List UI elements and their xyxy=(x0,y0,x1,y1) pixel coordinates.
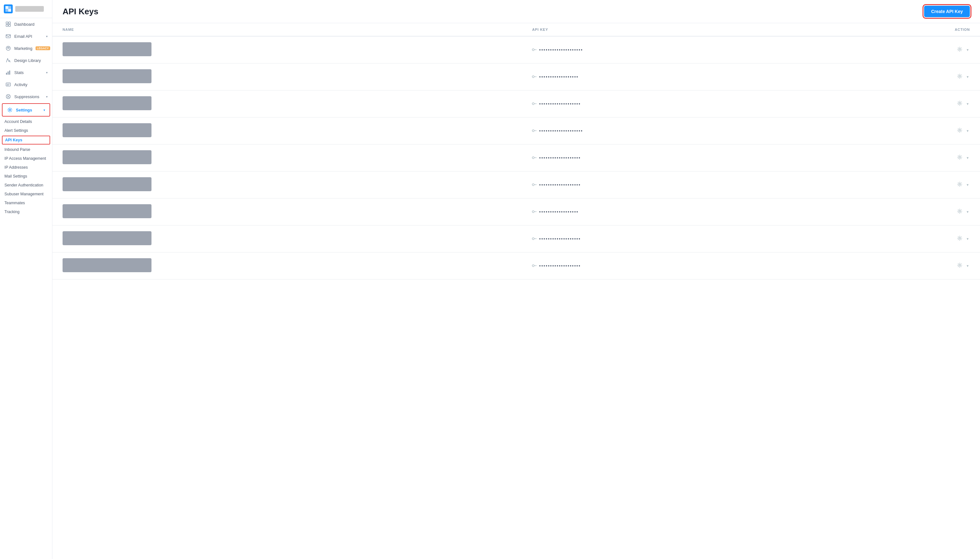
subnav-teammates[interactable]: Teammates xyxy=(0,198,52,207)
marketing-icon xyxy=(5,45,11,51)
create-api-key-button[interactable]: Create API Key xyxy=(924,6,970,17)
table-row: ••••••••••••••••••• ▾ xyxy=(53,253,980,280)
sidebar-item-design-library[interactable]: Design Library xyxy=(0,54,52,66)
action-cell-container: ▾ xyxy=(828,36,980,63)
top-bar: API Keys Create API Key xyxy=(53,0,980,23)
row-chevron-button[interactable]: ▾ xyxy=(965,181,970,189)
svg-point-30 xyxy=(959,210,961,212)
api-key-dots: ••••••••••••••••••• xyxy=(539,155,581,160)
activity-label: Activity xyxy=(14,82,48,87)
svg-point-32 xyxy=(959,238,961,239)
api-key-dots: ••••••••••••••••••• xyxy=(539,101,581,106)
gear-button[interactable] xyxy=(956,235,963,243)
name-placeholder xyxy=(63,42,152,56)
table-row: •••••••••••••••••••• ▾ xyxy=(53,36,980,63)
action-cell-container: ▾ xyxy=(828,117,980,144)
key-icon xyxy=(531,73,538,80)
marketing-label: Marketing xyxy=(14,46,32,51)
logo-text xyxy=(15,6,44,12)
subnav-subuser-management[interactable]: Subuser Management xyxy=(0,190,52,198)
action-cell-container: ▾ xyxy=(828,91,980,117)
row-chevron-button[interactable]: ▾ xyxy=(965,154,970,161)
name-cell xyxy=(53,172,522,198)
row-chevron-button[interactable]: ▾ xyxy=(965,46,970,53)
gear-button[interactable] xyxy=(956,180,963,189)
gear-button[interactable] xyxy=(956,126,963,135)
svg-point-25 xyxy=(532,156,534,159)
name-placeholder xyxy=(63,150,152,164)
api-key-cell: •••••••••••••••••••• xyxy=(522,36,828,63)
gear-button[interactable] xyxy=(956,73,963,81)
sidebar-item-marketing[interactable]: Marketing LEGACY ▾ xyxy=(0,42,52,54)
gear-button[interactable] xyxy=(956,154,963,162)
key-icon xyxy=(531,46,538,53)
email-api-label: Email API xyxy=(14,34,43,39)
main-content: API Keys Create API Key NAME API KEY ACT… xyxy=(53,0,980,559)
key-icon xyxy=(531,154,538,161)
svg-point-34 xyxy=(959,265,961,266)
action-cell-container: ▾ xyxy=(828,225,980,253)
suppressions-label: Suppressions xyxy=(14,94,43,99)
sidebar-item-activity[interactable]: Activity xyxy=(0,78,52,91)
gear-button[interactable] xyxy=(956,99,963,108)
table-row: •••••••••••••••••••• ▾ xyxy=(53,117,980,144)
subnav-api-keys[interactable]: API Keys xyxy=(2,136,50,144)
svg-point-26 xyxy=(959,157,961,158)
sidebar-item-stats[interactable]: Stats ▾ xyxy=(0,66,52,78)
table-row: ••••••••••••••••••• ▾ xyxy=(53,91,980,117)
subnav-sender-authentication[interactable]: Sender Authentication xyxy=(0,181,52,190)
api-key-dots: ••••••••••••••••••• xyxy=(539,263,581,268)
table-row: ••••••••••••••••••• ▾ xyxy=(53,172,980,198)
row-chevron-button[interactable]: ▾ xyxy=(965,235,970,242)
key-icon xyxy=(531,181,538,189)
gear-button[interactable] xyxy=(956,207,963,216)
sidebar-item-email-api[interactable]: Email API ▾ xyxy=(0,30,52,42)
name-cell xyxy=(53,117,522,144)
name-placeholder xyxy=(63,96,152,110)
name-cell xyxy=(53,144,522,172)
key-icon xyxy=(531,127,538,134)
sidebar-item-suppressions[interactable]: Suppressions ▾ xyxy=(0,91,52,103)
content-area: NAME API KEY ACTION ••• xyxy=(53,23,980,559)
name-placeholder xyxy=(63,123,152,137)
sidebar-item-dashboard[interactable]: Dashboard xyxy=(0,18,52,30)
table-row: •••••••••••••••••• ▾ xyxy=(53,63,980,91)
logo-area xyxy=(0,0,52,18)
api-key-dots: ••••••••••••••••••• xyxy=(539,182,581,187)
subnav-ip-access-management[interactable]: IP Access Management xyxy=(0,154,52,163)
email-api-chevron: ▾ xyxy=(46,35,48,38)
settings-subnav: Account Details Alert Settings API Keys … xyxy=(0,117,52,216)
row-chevron-button[interactable]: ▾ xyxy=(965,100,970,108)
settings-chevron: ▾ xyxy=(43,108,45,112)
name-placeholder xyxy=(63,231,152,245)
name-cell xyxy=(53,63,522,91)
svg-rect-6 xyxy=(6,25,8,26)
subnav-alert-settings[interactable]: Alert Settings xyxy=(0,126,52,135)
svg-point-24 xyxy=(959,130,961,131)
subnav-ip-addresses[interactable]: IP Addresses xyxy=(0,163,52,172)
subnav-account-details[interactable]: Account Details xyxy=(0,117,52,126)
design-library-icon xyxy=(5,58,11,63)
settings-icon xyxy=(7,107,13,113)
subnav-inbound-parse[interactable]: Inbound Parse xyxy=(0,145,52,154)
api-key-cell: •••••••••••••••••••• xyxy=(522,117,828,144)
action-cell-container: ▾ xyxy=(828,198,980,225)
name-cell xyxy=(53,198,522,225)
api-keys-table: NAME API KEY ACTION ••• xyxy=(53,23,980,280)
api-key-column-header: API KEY xyxy=(522,23,828,36)
gear-button[interactable] xyxy=(956,45,963,54)
subnav-tracking[interactable]: Tracking xyxy=(0,207,52,216)
gear-button[interactable] xyxy=(956,261,963,270)
name-cell xyxy=(53,36,522,63)
sidebar-item-settings[interactable]: Settings ▾ xyxy=(3,104,50,116)
subnav-mail-settings[interactable]: Mail Settings xyxy=(0,172,52,181)
row-chevron-button[interactable]: ▾ xyxy=(965,208,970,215)
row-chevron-button[interactable]: ▾ xyxy=(965,127,970,134)
row-chevron-button[interactable]: ▾ xyxy=(965,262,970,270)
key-icon xyxy=(531,100,538,108)
svg-rect-0 xyxy=(5,6,8,9)
row-chevron-button[interactable]: ▾ xyxy=(965,73,970,80)
svg-rect-8 xyxy=(6,35,10,38)
svg-point-23 xyxy=(532,129,534,132)
suppressions-icon xyxy=(5,94,11,99)
